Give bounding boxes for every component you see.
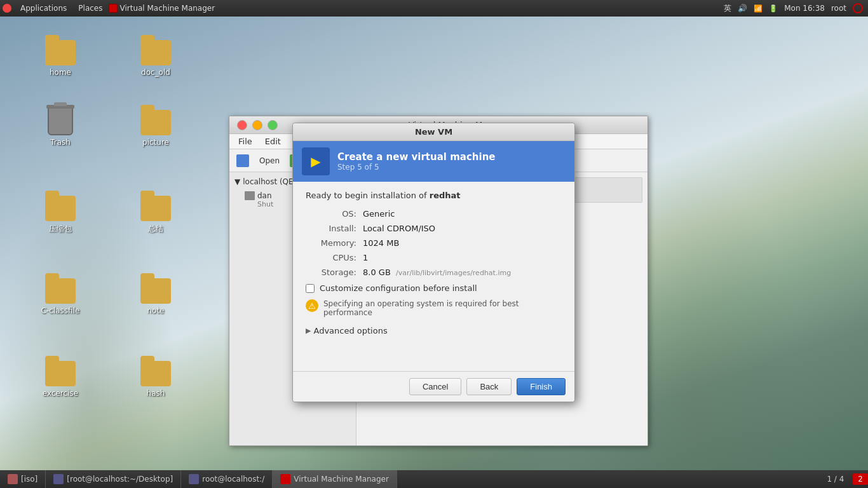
desktop-icon-c-classfile[interactable]: C-classfile [35, 273, 86, 315]
dialog-titlebar: New VM [293, 123, 574, 141]
desktop-icon-home[interactable]: home [35, 35, 86, 77]
taskbar-item-terminal-root[interactable]: root@localhost:/ [181, 470, 273, 488]
vmm-close-btn[interactable] [237, 120, 247, 130]
advanced-options-row[interactable]: ▶ Advanced options [306, 326, 562, 336]
note-icon-label: note [147, 306, 164, 315]
vmm-minimize-btn[interactable] [252, 120, 262, 130]
hash-icon-label: hash [147, 389, 165, 398]
customize-label: Customize configuration before install [320, 283, 477, 293]
c-classfile-icon-label: C-classfile [41, 306, 80, 315]
workspace-button[interactable]: 2 [853, 473, 868, 485]
terminal-root-icon [189, 474, 199, 484]
hash-folder-icon [140, 356, 171, 386]
vmm-tb-new[interactable] [232, 152, 254, 170]
datetime: Mon 16:38 [784, 4, 825, 13]
taskbar-top: Applications Places Virtual Machine Mana… [0, 0, 868, 17]
memory-value: 1024 MB [363, 238, 399, 248]
power-icon [853, 3, 863, 13]
info-row-install: Install: Local CDROM/ISO [306, 224, 562, 233]
warning-row: ⚠ Specifying an operating system is requ… [306, 299, 562, 317]
terminal-desktop-icon [53, 474, 64, 484]
excercise-icon-label: excercise [43, 389, 78, 398]
note-folder-icon [140, 273, 171, 304]
dialog-body: Ready to begin installation of redhat OS… [293, 182, 574, 371]
battery-icon: 🔋 [769, 4, 778, 13]
dialog-header-text: Create a new virtual machine Step 5 of 5 [337, 151, 496, 172]
cancel-button[interactable]: Cancel [409, 378, 461, 395]
back-button[interactable]: Back [466, 378, 512, 395]
doc-old-folder-icon [140, 35, 171, 65]
desktop-icon-hash[interactable]: hash [130, 356, 181, 398]
taskbar-item-iso[interactable]: [iso] [0, 470, 46, 488]
create-vm-icon [302, 147, 330, 175]
ready-to-install-text: Ready to begin installation of redhat [306, 191, 562, 200]
finish-button[interactable]: Finish [517, 378, 566, 395]
install-label: Install: [306, 224, 356, 233]
excercise-folder-icon [45, 356, 76, 386]
vmm-tb-open[interactable]: Open [255, 154, 284, 168]
info-row-os: OS: Generic [306, 209, 562, 219]
info-row-memory: Memory: 1024 MB [306, 238, 562, 248]
trash-icon-label: Trash [50, 138, 71, 147]
os-value: Generic [363, 209, 395, 219]
yasuobao-folder-icon [45, 191, 76, 221]
install-value: Local CDROM/ISO [363, 224, 435, 233]
vm-manager-menu-item[interactable]: Virtual Machine Manager [109, 4, 215, 13]
home-icon-label: home [50, 68, 71, 77]
taskbar-item-vmm[interactable]: Virtual Machine Manager [273, 470, 397, 488]
volume-icon: 🔊 [738, 4, 747, 13]
dialog-title: New VM [415, 127, 452, 137]
taskbar-right: 英 🔊 📶 🔋 Mon 16:38 root [724, 3, 868, 14]
taskbar-item-terminal-desktop[interactable]: [root@localhost:~/Desktop] [46, 470, 181, 488]
os-label: OS: [306, 209, 356, 219]
places-menu[interactable]: Places [73, 3, 107, 14]
desktop-icon-trash[interactable]: Trash [35, 105, 86, 147]
vm-name-label: redhat [430, 191, 461, 200]
customize-checkbox-row[interactable]: Customize configuration before install [306, 283, 562, 293]
page-indicator: 1 / 4 [820, 475, 850, 484]
iso-icon [8, 474, 18, 484]
new-vm-icon [236, 154, 249, 167]
taskbar-iso-label: [iso] [21, 475, 37, 484]
c-classfile-folder-icon [45, 273, 76, 304]
info-row-cpus: CPUs: 1 [306, 253, 562, 262]
storage-value: 8.0 GB /var/lib/libvirt/images/redhat.im… [363, 268, 511, 277]
applications-menu[interactable]: Applications [15, 3, 72, 14]
desktop-icon-picture[interactable]: picture [130, 105, 181, 147]
zongjie-folder-icon [140, 191, 171, 221]
dialog-footer: Cancel Back Finish [293, 371, 574, 402]
warning-text: Specifying an operating system is requir… [323, 299, 562, 317]
yasuobao-icon-label: 压缩包 [49, 224, 72, 234]
taskbar-vmm-label: Virtual Machine Manager [294, 475, 389, 484]
taskbar-top-menu: Applications Places Virtual Machine Mana… [0, 3, 217, 14]
advanced-options-label: Advanced options [313, 326, 387, 336]
vmm-menu-file[interactable]: File [232, 135, 259, 147]
network-icon: 📶 [754, 4, 763, 13]
taskbar-bottom: [iso] [root@localhost:~/Desktop] root@lo… [0, 470, 868, 488]
vmm-menu-edit[interactable]: Edit [259, 135, 287, 147]
desktop-icon-excercise[interactable]: excercise [35, 356, 86, 398]
taskbar-terminal-desktop-label: [root@localhost:~/Desktop] [67, 475, 173, 484]
desktop-icon-yasuobao[interactable]: 压缩包 [35, 191, 86, 234]
dialog-header: Create a new virtual machine Step 5 of 5 [293, 141, 574, 182]
desktop-icon-zongjie[interactable]: 总结 [130, 191, 181, 234]
vm-icon [109, 4, 118, 13]
home-folder-icon [45, 35, 76, 65]
picture-icon-label: picture [142, 138, 169, 147]
customize-checkbox[interactable] [306, 284, 315, 293]
info-row-storage: Storage: 8.0 GB /var/lib/libvirt/images/… [306, 268, 562, 277]
cpus-label: CPUs: [306, 253, 356, 262]
trash-folder-icon [45, 105, 76, 135]
taskbar-terminal-root-label: root@localhost:/ [202, 475, 264, 484]
picture-folder-icon [140, 105, 171, 135]
dialog-header-title: Create a new virtual machine [337, 151, 496, 163]
vmm-taskbar-icon [280, 474, 290, 484]
desktop-icon-doc-old[interactable]: doc_old [130, 35, 181, 77]
vmm-window-controls [234, 120, 278, 130]
desktop-icon-note[interactable]: note [130, 273, 181, 315]
expand-arrow-icon: ▼ [234, 177, 240, 186]
storage-label: Storage: [306, 268, 356, 277]
warning-icon: ⚠ [306, 299, 318, 312]
vmm-maximize-btn[interactable] [268, 120, 278, 130]
cpus-value: 1 [363, 253, 368, 262]
